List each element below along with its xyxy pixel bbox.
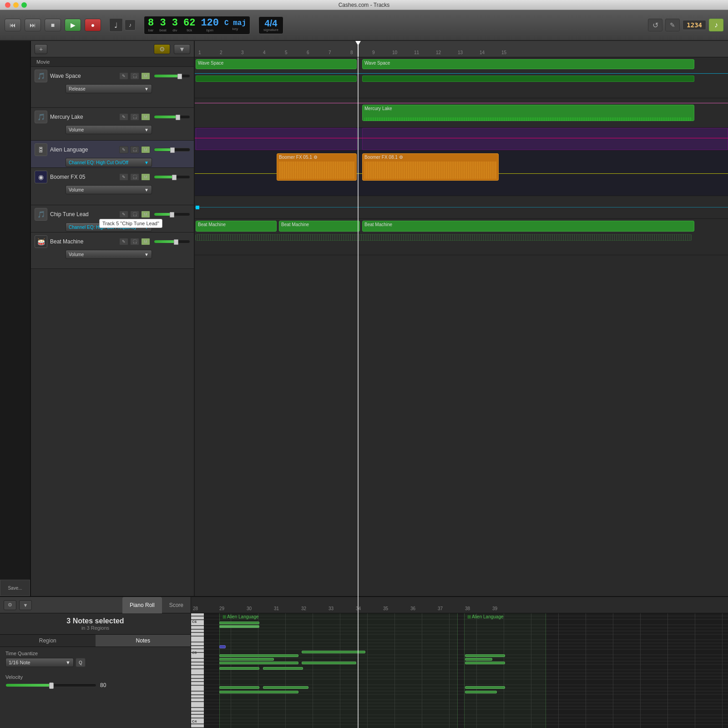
track-boomer-fx-fader[interactable]	[154, 175, 190, 179]
stop-button[interactable]: ■	[45, 19, 61, 31]
track-mute-btn[interactable]: M	[141, 238, 150, 245]
track-beat-machine-fader[interactable]	[154, 240, 190, 243]
close-dot[interactable]	[5, 2, 10, 8]
track-edit-btn[interactable]: ✎	[119, 72, 128, 80]
pr-region-2-label: ⊞ Alien Language	[465, 614, 506, 619]
notes-selected-count: 3 Notes selected	[5, 617, 185, 625]
pr-note[interactable]	[465, 691, 497, 693]
track-mute-btn[interactable]: M	[141, 72, 150, 80]
track-alien-language-dropdown[interactable]: Channel EQ: High Cut On/Off▼	[66, 158, 152, 167]
pr-region-1-label: ⊞ Alien Language	[221, 614, 261, 619]
track-edit-btn[interactable]: ✎	[119, 211, 128, 218]
track-headphone-btn[interactable]: 🎧	[130, 72, 139, 80]
track-headphone-btn[interactable]: 🎧	[130, 173, 139, 181]
forward-button[interactable]: ⏭	[25, 19, 41, 31]
maximize-dot[interactable]	[21, 2, 27, 8]
alien-language-region-2[interactable]	[362, 128, 728, 150]
track-headphone-btn[interactable]: 🎧	[130, 146, 139, 153]
playhead[interactable]	[358, 41, 359, 57]
c6-label: C6	[192, 620, 197, 624]
velocity-slider[interactable]	[5, 683, 96, 687]
track-chip-tune-fader[interactable]	[154, 212, 190, 216]
movie-label: Movie	[31, 57, 194, 67]
track-boomer-fx-header: ◉ Boomer FX 05 ✎ 🎧 M	[35, 171, 190, 183]
pr-note[interactable]	[465, 658, 492, 661]
track-edit-btn[interactable]: ✎	[119, 238, 128, 245]
track-alien-language-controls: ✎ 🎧 M	[119, 146, 190, 153]
track-filter-button[interactable]: ▼	[174, 44, 190, 54]
tab-piano-roll[interactable]: Piano Roll	[122, 597, 162, 613]
region-boomer-05[interactable]: Boomer FX 05.1 ⚙	[277, 153, 357, 181]
pr-note[interactable]	[302, 662, 356, 664]
track-alien-language-icon: 🎛	[35, 143, 47, 156]
track-headphone-btn[interactable]: 🎧	[130, 211, 139, 218]
save-button[interactable]: Save...	[0, 580, 30, 596]
tab-score[interactable]: Score	[162, 597, 191, 613]
velocity-knob[interactable]	[49, 682, 54, 689]
region-beat-machine-2[interactable]: Beat Machine	[279, 221, 360, 232]
pr-note[interactable]	[219, 686, 259, 689]
quantize-select[interactable]: 1/16 Note ▼	[5, 658, 74, 667]
pr-note[interactable]	[219, 662, 298, 664]
tab-notes[interactable]: Notes	[96, 635, 191, 647]
sidebar-toolbar: + ⚙ ▼	[31, 41, 194, 57]
add-track-button[interactable]: +	[35, 44, 47, 54]
pr-note[interactable]	[302, 651, 365, 653]
pr-mark: 35	[383, 606, 388, 611]
play-button[interactable]: ▶	[65, 19, 81, 31]
time-signature-display: 4/4 signature	[258, 16, 283, 34]
pr-note[interactable]	[219, 654, 298, 657]
region-wave-space-2[interactable]: Wave Space	[362, 59, 694, 69]
pr-note[interactable]	[465, 686, 505, 689]
tab-region[interactable]: Region	[0, 635, 96, 647]
track-wave-space-dropdown[interactable]: Release▼	[66, 84, 152, 93]
track-alien-language-header: 🎛 Alien Language ✎ 🎧 M	[35, 143, 190, 156]
track-mute-btn[interactable]: M	[141, 146, 150, 153]
track-boomer-fx-dropdown[interactable]: Volume▼	[66, 185, 152, 194]
minimize-dot[interactable]	[13, 2, 19, 8]
pr-note[interactable]	[263, 686, 308, 689]
track-mercury-lake-fader[interactable]	[154, 115, 190, 119]
rewind-button[interactable]: ⏮	[5, 19, 21, 31]
pr-settings-button[interactable]: ⚙	[4, 600, 16, 610]
track-mercury-lake-dropdown[interactable]: Volume▼	[66, 125, 152, 134]
region-beat-machine-3[interactable]: Beat Machine	[362, 221, 694, 232]
pr-content: Time Quantize 1/16 Note ▼ Q Velocity 80	[0, 647, 191, 728]
pr-region-2[interactable]: ⊞ Alien Language	[464, 613, 546, 728]
track-mute-btn[interactable]: M	[141, 211, 150, 218]
pr-filter-button[interactable]: ▼	[19, 600, 32, 610]
track-headphone-btn[interactable]: 🎧	[130, 113, 139, 121]
cycle-button[interactable]: ↺	[648, 19, 662, 31]
track-headphone-btn[interactable]: 🎧	[130, 238, 139, 245]
pr-note[interactable]	[465, 654, 505, 657]
track-edit-btn[interactable]: ✎	[119, 113, 128, 121]
track-alien-language-fader[interactable]	[154, 148, 190, 152]
track-edit-btn[interactable]: ✎	[119, 173, 128, 181]
quantize-button[interactable]: Q	[76, 658, 86, 667]
track-wave-space-fader[interactable]	[154, 74, 190, 78]
smart-tempo-button[interactable]: ♪	[709, 19, 723, 31]
pr-note-selected-blue[interactable]	[219, 645, 226, 648]
midi-button[interactable]: ✎	[665, 19, 680, 31]
track-options-button[interactable]: ⚙	[154, 44, 170, 54]
window-controls[interactable]	[4, 2, 28, 8]
track-beat-machine-dropdown[interactable]: Volume▼	[66, 250, 152, 259]
track-mute-btn[interactable]: M	[141, 113, 150, 121]
piano-keys: C5 C6 C4	[191, 613, 204, 728]
record-button[interactable]: ●	[85, 19, 101, 31]
alien-language-region-1[interactable]	[196, 128, 357, 150]
pr-region-1[interactable]: ⊞ Alien Language	[219, 613, 458, 728]
pr-note[interactable]	[219, 658, 274, 661]
region-boomer-08[interactable]: Boomer FX 08.1 ⚙	[362, 153, 499, 181]
region-wave-space-1[interactable]: Wave Space	[196, 59, 357, 69]
pr-note-selected[interactable]	[219, 625, 259, 628]
pr-note[interactable]	[219, 691, 298, 693]
pr-note[interactable]	[263, 667, 303, 670]
pr-note[interactable]	[219, 622, 259, 624]
pr-note[interactable]	[465, 662, 505, 664]
track-mute-btn[interactable]: M	[141, 173, 150, 181]
track-edit-btn[interactable]: ✎	[119, 146, 128, 153]
region-beat-machine-1[interactable]: Beat Machine	[196, 221, 277, 232]
region-mercury-lake[interactable]: Mercury Lake	[362, 105, 694, 121]
pr-note[interactable]	[219, 667, 259, 670]
